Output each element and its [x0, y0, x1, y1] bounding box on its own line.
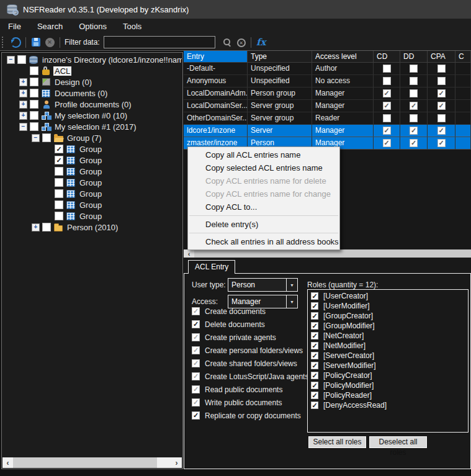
dd-checkbox[interactable] — [410, 102, 418, 110]
tree-item[interactable]: Group — [3, 143, 182, 155]
role-item[interactable]: [ServerCreator] — [308, 351, 468, 361]
cpa-checkbox[interactable] — [437, 102, 446, 110]
tree-checkbox[interactable] — [30, 66, 38, 75]
tree-item[interactable]: +Documents (0) — [3, 88, 182, 99]
tree-item[interactable]: Group — [3, 210, 182, 222]
tree-checkbox[interactable] — [30, 122, 38, 131]
table-row[interactable]: -Default-UnspecifiedAuthor — [184, 63, 471, 75]
disconnect-button[interactable] — [43, 35, 56, 49]
context-menu-item-copy-all-acl-entries-name[interactable]: Copy all ACL entries name — [188, 148, 339, 161]
context-menu-item-copy-acl-to[interactable]: Copy ACL to... — [188, 200, 339, 213]
column-header-type[interactable]: Type — [248, 51, 312, 63]
tree-checkbox[interactable] — [55, 156, 63, 164]
cpa-checkbox[interactable] — [437, 65, 446, 73]
chevron-down-icon[interactable]: ▼ — [286, 279, 297, 291]
role-checkbox[interactable] — [311, 372, 318, 379]
tree-horizontal-scrollbar[interactable]: ‹ › — [2, 457, 182, 468]
tree-checkbox[interactable] — [55, 189, 63, 198]
tree-item[interactable]: +Person (2010) — [3, 222, 182, 233]
role-checkbox[interactable] — [311, 342, 318, 349]
cd-checkbox[interactable] — [383, 77, 391, 85]
roles-listbox[interactable]: [UserCreator][UserModifier][GroupCreator… — [307, 289, 469, 433]
tree-item[interactable]: ACL — [3, 65, 182, 76]
role-item[interactable]: [NetCreator] — [308, 331, 468, 341]
menu-tools[interactable]: Tools — [115, 19, 150, 34]
role-item[interactable]: [PolicyCreator] — [308, 370, 468, 380]
column-header-dd[interactable]: DD — [400, 51, 428, 63]
tree-checkbox[interactable] — [55, 167, 63, 176]
role-item[interactable]: [UserCreator] — [308, 291, 468, 301]
expand-icon[interactable]: + — [19, 78, 27, 86]
scroll-right-button[interactable]: › — [171, 457, 182, 468]
formula-button[interactable]: fx — [254, 35, 268, 49]
role-checkbox[interactable] — [311, 402, 318, 409]
expand-icon[interactable]: + — [32, 223, 40, 231]
cd-checkbox[interactable] — [383, 139, 391, 147]
tree-item[interactable]: +Profile documents (0) — [3, 99, 182, 110]
save-button[interactable] — [29, 35, 43, 49]
menu-options[interactable]: Options — [71, 19, 115, 34]
role-item[interactable]: [GroupCreator] — [308, 311, 468, 321]
tree-checkbox[interactable] — [55, 200, 63, 209]
tree-item[interactable]: +My selection #0 (10) — [3, 110, 182, 121]
tab-acl-entry[interactable]: ACL Entry — [188, 260, 235, 274]
dd-checkbox[interactable] — [410, 114, 418, 122]
role-item[interactable]: [NetModifier] — [308, 341, 468, 351]
tree-item[interactable]: +Design (0) — [3, 76, 182, 88]
cd-checkbox[interactable] — [383, 114, 391, 122]
permission-checkbox[interactable] — [192, 411, 200, 420]
role-item[interactable]: [GroupModifier] — [308, 321, 468, 331]
context-menu-item-check-all-entries-in-all-address-books[interactable]: Check all entries in all address books — [188, 235, 339, 248]
tree-checkbox[interactable] — [30, 111, 38, 120]
tree-checkbox[interactable] — [30, 100, 38, 109]
search-button[interactable] — [220, 35, 234, 49]
menu-search[interactable]: Search — [29, 19, 71, 34]
toolbar-grip[interactable] — [2, 37, 6, 48]
cpa-checkbox[interactable] — [437, 127, 446, 135]
expand-icon[interactable]: + — [19, 89, 27, 97]
tree-item[interactable]: −Group (7) — [3, 132, 182, 143]
tree-checkbox[interactable] — [17, 55, 26, 64]
role-item[interactable]: [DenyAccessRead] — [308, 400, 468, 410]
cpa-checkbox[interactable] — [437, 89, 446, 97]
cpa-checkbox[interactable] — [437, 139, 446, 147]
cd-checkbox[interactable] — [383, 102, 391, 110]
tree-item[interactable]: Group — [3, 155, 182, 166]
tree-checkbox[interactable] — [55, 145, 63, 153]
scroll-left-button[interactable]: ‹ — [184, 249, 194, 258]
permission-checkbox[interactable] — [192, 320, 200, 328]
tree-item[interactable]: Group — [3, 166, 182, 177]
role-checkbox[interactable] — [311, 362, 318, 369]
clear-search-button[interactable] — [234, 35, 248, 49]
column-header-entry[interactable]: Entry — [184, 51, 248, 63]
role-item[interactable]: [UserModifier] — [308, 301, 468, 311]
role-checkbox[interactable] — [311, 352, 318, 359]
user-type-dropdown[interactable]: Person ▼ — [228, 278, 298, 292]
tree-item[interactable]: Group — [3, 177, 182, 188]
column-header-cpa[interactable]: CPA — [428, 51, 455, 63]
role-checkbox[interactable] — [311, 322, 318, 330]
column-header-cd[interactable]: CD — [374, 51, 400, 63]
tree-checkbox[interactable] — [55, 212, 63, 220]
tree-checkbox[interactable] — [55, 178, 63, 187]
tree-item[interactable]: Group — [3, 188, 182, 199]
role-checkbox[interactable] — [311, 292, 318, 300]
cpa-checkbox[interactable] — [437, 77, 446, 85]
collapse-icon[interactable]: − — [19, 123, 27, 131]
scrollbar-thumb[interactable] — [13, 457, 157, 468]
collapse-icon[interactable]: − — [32, 134, 40, 142]
role-checkbox[interactable] — [311, 382, 318, 389]
table-horizontal-scrollbar[interactable]: ‹ — [184, 249, 471, 258]
cpa-checkbox[interactable] — [437, 114, 446, 122]
cd-checkbox[interactable] — [383, 127, 391, 135]
scroll-left-button[interactable]: ‹ — [2, 457, 13, 468]
cd-checkbox[interactable] — [383, 89, 391, 97]
tree-item[interactable]: Group — [3, 199, 182, 210]
expand-icon[interactable]: + — [19, 101, 27, 109]
role-checkbox[interactable] — [311, 312, 318, 320]
tree-checkbox[interactable] — [42, 133, 51, 142]
collapse-icon[interactable]: − — [7, 56, 15, 64]
role-item[interactable]: [PolicyReader] — [308, 390, 468, 400]
dd-checkbox[interactable] — [410, 139, 418, 147]
tree-item[interactable]: −inzone's Directory (ldcore1/inzone!!nam… — [3, 54, 182, 65]
